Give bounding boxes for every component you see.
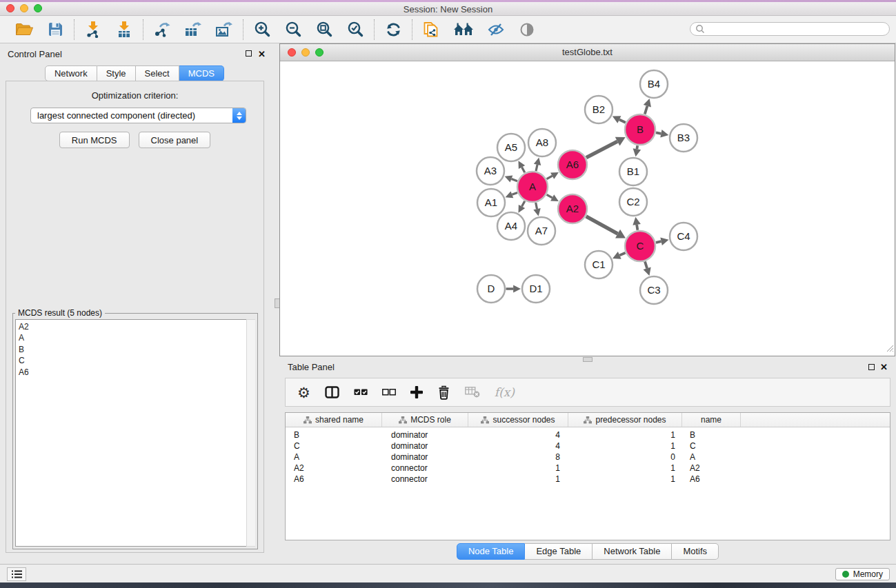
graph-node-A4[interactable]: A4 [497,212,525,240]
network-window-titlebar[interactable]: testGlobe.txt [280,44,895,61]
graph-edge-A-A5[interactable] [519,161,526,172]
close-panel-icon[interactable]: ✕ [258,50,266,58]
table-cell[interactable]: 1 [568,441,682,451]
tab-edge-table[interactable]: Edge Table [525,543,593,560]
graph-edge-B-B1[interactable] [633,145,641,156]
table-cell[interactable]: dominator [382,441,468,451]
graph-edge-A-A6[interactable] [547,172,559,179]
export-image-icon[interactable] [215,20,234,39]
zoom-out-icon[interactable] [283,20,303,39]
import-table-icon[interactable] [115,20,134,39]
graph-node-B1[interactable]: B1 [619,158,647,185]
graph-edge-A-A4[interactable] [519,201,526,213]
network-zoom-button[interactable] [315,48,323,57]
table-cell[interactable]: C [682,441,741,451]
column-header-shared-name[interactable]: shared name [286,413,382,427]
graph-node-A5[interactable]: A5 [497,134,525,161]
float-panel-icon[interactable] [246,50,252,57]
graph-node-B[interactable]: B [625,114,655,145]
table-row[interactable]: A2connector11A2 [286,463,890,474]
table-cell[interactable]: A6 [286,474,382,484]
trash-icon[interactable] [437,385,450,400]
graph-edge-B-B4[interactable] [644,99,651,114]
mcds-result-item[interactable]: A6 [19,367,255,378]
import-network-icon[interactable] [83,20,103,39]
table-row[interactable]: Bdominator41B [286,429,890,440]
table-cell[interactable]: 1 [468,474,568,484]
zoom-fit-icon[interactable] [315,20,334,39]
graph-edge-D-D1[interactable] [506,285,521,292]
network-graph[interactable]: B4B2BB3A8A5A6A3B1AA1C2A2A4A7C4CC1DD1C3 [280,61,895,356]
table-cell[interactable]: 4 [468,430,568,440]
table-row[interactable]: Cdominator41C [286,440,890,452]
graph-edge-C-C2[interactable] [633,217,641,230]
graph-edge-B-B3[interactable] [656,130,668,137]
graph-node-D[interactable]: D [477,275,505,303]
close-panel-button[interactable]: Close panel [139,132,211,148]
column-header-name[interactable]: name [682,413,741,427]
gear-icon[interactable]: ⚙ [297,385,310,400]
table-cell[interactable]: dominator [382,452,468,462]
table-cell[interactable]: connector [382,463,468,473]
graph-node-D1[interactable]: D1 [522,275,550,303]
graph-node-B4[interactable]: B4 [640,70,668,98]
result-scrollbar[interactable] [246,319,255,547]
table-row[interactable]: A6connector11A6 [286,474,890,485]
graph-node-C[interactable]: C [625,231,655,261]
table-cell[interactable]: 0 [568,452,682,462]
eye-icon[interactable] [517,20,537,39]
graph-edge-B-B2[interactable] [613,116,626,123]
column-layout-icon[interactable] [325,386,339,398]
table-cell[interactable]: connector [382,474,468,484]
graph-node-A8[interactable]: A8 [528,129,556,156]
table-cell[interactable]: 1 [468,463,568,473]
tab-style[interactable]: Style [97,65,136,81]
open-session-icon[interactable] [14,20,34,39]
mcds-result-item[interactable]: B [19,344,255,355]
graph-node-A2[interactable]: A2 [558,194,587,223]
table-cell[interactable]: B [682,430,741,440]
graph-edge-C-C1[interactable] [613,252,626,259]
task-history-button[interactable] [7,567,26,581]
deselect-all-checkbox-icon[interactable] [382,389,396,396]
close-table-panel-icon[interactable]: ✕ [880,363,888,371]
table-cell[interactable]: A2 [286,463,382,473]
table-cell[interactable]: 1 [568,463,682,473]
table-cell[interactable]: C [286,441,382,451]
graph-edge-A6-B[interactable] [586,137,626,158]
table-cell[interactable]: A [286,452,382,462]
graph-node-A6[interactable]: A6 [558,150,587,179]
table-row[interactable]: Adominator80A [286,452,890,463]
refresh-icon[interactable] [384,20,403,39]
graph-node-A7[interactable]: A7 [528,217,555,245]
graph-edge-A2-C[interactable] [586,216,626,239]
mcds-result-item[interactable]: C [19,355,255,366]
column-header-mcds-role[interactable]: MCDS role [382,413,468,427]
table-cell[interactable]: dominator [382,430,468,440]
tab-network-table[interactable]: Network Table [593,543,672,560]
graph-edge-C-C4[interactable] [656,238,669,245]
add-icon[interactable] [410,386,423,398]
tab-motifs[interactable]: Motifs [672,543,719,560]
zoom-selected-icon[interactable] [346,20,365,39]
criterion-select[interactable]: largest connected component (directed) [30,108,246,123]
tab-mcds[interactable]: MCDS [179,65,224,81]
graph-node-C4[interactable]: C4 [670,223,697,250]
tab-node-table[interactable]: Node Table [457,543,526,560]
network-minimize-button[interactable] [301,48,310,57]
mcds-result-list[interactable]: A2ABCA6 [15,319,255,547]
table-cell[interactable]: B [286,430,382,440]
tab-select[interactable]: Select [136,65,179,81]
table-cell[interactable]: 1 [568,474,682,484]
column-header-successor-nodes[interactable]: successor nodes [468,413,568,427]
graph-node-B3[interactable]: B3 [670,124,697,152]
graph-node-C3[interactable]: C3 [640,276,668,304]
network-canvas[interactable]: B4B2BB3A8A5A6A3B1AA1C2A2A4A7C4CC1DD1C3 [280,61,895,356]
clone-network-icon[interactable] [421,20,441,39]
float-table-panel-icon[interactable] [868,364,875,370]
graph-node-A1[interactable]: A1 [477,189,505,216]
table-cell[interactable]: A2 [682,463,741,473]
graph-node-C2[interactable]: C2 [619,188,647,216]
graph-node-A[interactable]: A [517,172,548,202]
graph-edge-A-A2[interactable] [547,194,559,201]
